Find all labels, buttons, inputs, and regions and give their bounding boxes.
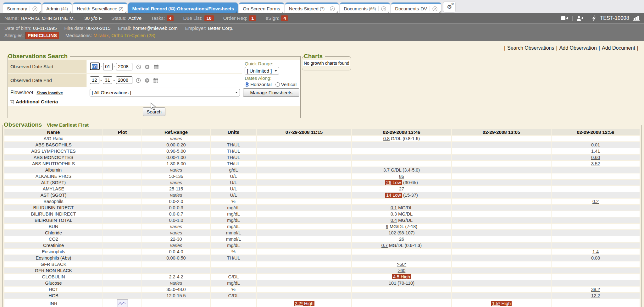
count-badge[interactable]: 10 <box>204 15 214 21</box>
dates-along-radio-vertical[interactable] <box>275 82 280 87</box>
time-icon[interactable] <box>136 78 141 83</box>
observation-value-link[interactable]: 9 <box>386 224 388 229</box>
date-end-year-input[interactable]: 2008 <box>116 76 132 84</box>
observation-value-link[interactable]: 14 <box>386 193 391 198</box>
add-document-link[interactable]: Add Document <box>602 45 635 51</box>
tab-documents[interactable]: Documents(66) <box>340 3 390 13</box>
observation-value-cell <box>452 199 551 204</box>
count-badge[interactable]: 1 <box>249 15 256 21</box>
observation-value-link[interactable]: 27 <box>399 186 404 191</box>
tab-on-screen-forms[interactable]: On Screen Forms <box>239 3 284 13</box>
date-start-month-input[interactable]: 01 <box>90 63 100 70</box>
observation-value-link[interactable]: 0.2 <box>592 199 599 204</box>
plot-cell <box>103 224 142 229</box>
date-end-label: Observed Date End <box>8 74 86 87</box>
observation-value-link[interactable]: 0.60 <box>591 155 600 160</box>
observation-value-link[interactable]: 4.5 <box>393 274 399 279</box>
medication-link[interactable]: Ortho Tri-Cyclen (28) <box>111 33 155 38</box>
observation-name: ABS NEUTROPHILS <box>4 161 103 167</box>
observation-value-link[interactable]: >60 <box>398 268 406 273</box>
observation-value-cell: 14 Low (15-37) <box>352 192 451 198</box>
observation-value-cell: 102 (98-107) <box>352 230 451 236</box>
manage-flowsheets-button[interactable]: Manage Flowsheets <box>243 88 299 97</box>
observation-value-link[interactable]: 0.08 <box>591 255 600 260</box>
observation-value-link[interactable]: 3.7 <box>383 167 390 173</box>
calendar-icon[interactable] <box>153 78 158 83</box>
count-badge[interactable]: 4 <box>167 15 174 21</box>
units: mg/dL <box>211 224 256 229</box>
open-in-new-icon[interactable] <box>327 6 335 11</box>
open-in-new-icon[interactable] <box>378 6 386 11</box>
date-start-year-input[interactable]: 2008 <box>116 63 132 70</box>
date-end-day-input[interactable]: 31 <box>103 76 112 84</box>
observation-name: Eosinophils <box>4 249 103 255</box>
observation-value-cell <box>452 161 551 167</box>
count-badge[interactable]: 4 <box>281 15 288 21</box>
open-in-new-icon[interactable] <box>30 6 37 11</box>
observation-value-link[interactable]: 101 <box>389 281 396 286</box>
observation-value-link[interactable]: 3.52 <box>591 161 600 166</box>
observation-value-cell: 2.2* High <box>257 299 351 307</box>
open-in-new-icon[interactable] <box>430 6 437 11</box>
observation-value-cell <box>452 217 551 223</box>
tab-medical-record[interactable]: Medical Record(53):Observations/Flowshee… <box>128 3 238 13</box>
observation-value-cell: 26 Low (30-65) <box>352 180 451 185</box>
date-end-month-input[interactable]: 12 <box>90 76 99 84</box>
observation-value-link[interactable]: 12.2 <box>591 293 600 298</box>
quick-range-select[interactable]: [ Unlimited ] <box>245 67 279 74</box>
settings-gear-button[interactable]: ⚙ ⚙ <box>443 2 455 12</box>
observation-value-link[interactable]: 26 <box>399 237 404 242</box>
medication-link[interactable]: Miralax <box>93 33 108 38</box>
allergy-badge[interactable]: PENICILLINS <box>25 32 59 39</box>
tab-documents-dv[interactable]: Documents-DV <box>391 3 441 13</box>
clear-date-icon[interactable] <box>145 78 150 83</box>
calendar-icon[interactable] <box>153 64 159 69</box>
observation-value-link[interactable]: 0.7 <box>381 243 388 248</box>
observation-value-link[interactable]: >60* <box>397 262 406 267</box>
ref-range: 0.0-1.0 <box>142 217 210 223</box>
observation-value-link[interactable]: 1.5* <box>492 301 500 306</box>
flowsheet-select[interactable]: [ All Observations ] <box>90 89 240 96</box>
gear-small-icon: ⚙ <box>451 2 454 6</box>
table-row: GLOBULIN2.2-4.2G/DL4.5 High <box>4 274 640 280</box>
lightning-icon[interactable] <box>592 15 596 21</box>
show-inactive-link[interactable]: Show Inactive <box>36 91 63 95</box>
observation-value-link[interactable]: 2.2* <box>295 301 303 306</box>
tab-needs-signed[interactable]: Needs Signed(7) <box>285 3 339 13</box>
sparkline-plot-icon[interactable] <box>117 299 128 307</box>
observation-value-link[interactable]: 0.8 <box>383 136 390 141</box>
observation-value-link[interactable]: 0.4 <box>391 218 397 223</box>
time-icon[interactable] <box>136 64 141 69</box>
tab-admin[interactable]: Admin(44) <box>42 3 72 13</box>
dates-along-radio-horizontal[interactable] <box>245 82 249 87</box>
view-earliest-first-link[interactable]: View Earliest First <box>47 122 89 128</box>
observation-value-cell: 26 <box>352 236 451 242</box>
observation-value-cell <box>257 293 351 299</box>
tab-summary[interactable]: Summary <box>3 3 41 13</box>
video-camera-icon[interactable] <box>561 16 568 20</box>
search-observations-link[interactable]: Search Observations <box>507 45 554 51</box>
observation-value-link[interactable]: 1.41 <box>591 149 600 154</box>
search-button[interactable]: Search <box>143 107 165 116</box>
plot-cell <box>103 136 142 141</box>
units: mg/dL <box>211 205 256 211</box>
observation-value-link[interactable]: 1.4 <box>592 249 599 254</box>
date-start-day-input[interactable]: 01 <box>103 63 113 70</box>
medications-label: Medications: <box>65 32 92 39</box>
observation-value-link[interactable]: 38.2 <box>591 287 600 292</box>
observation-value-link[interactable]: 102 <box>388 230 396 235</box>
observation-value-link[interactable]: 0.1 <box>391 205 397 210</box>
additional-criteria-toggle[interactable]: +Additional Criteria <box>8 98 300 106</box>
tab-health-surveillance[interactable]: Health Surveillance(2) <box>73 3 127 13</box>
observation-value-link[interactable]: 86 <box>399 174 404 179</box>
flowsheet-chart-icon[interactable] <box>633 16 640 21</box>
ref-range <box>142 268 210 273</box>
observation-value-link[interactable]: 26 <box>386 180 391 185</box>
action-links: |Search Observations|Add Observation|Add… <box>0 41 644 52</box>
add-observation-link[interactable]: Add Observation <box>559 45 597 51</box>
add-person-icon[interactable] <box>577 16 584 21</box>
observation-value-link[interactable]: 0.3 <box>391 211 397 217</box>
table-row: CO222-30mmol/L26 <box>4 236 640 242</box>
clear-date-icon[interactable] <box>145 64 150 69</box>
observation-value-link[interactable]: 0.01 <box>591 142 600 147</box>
